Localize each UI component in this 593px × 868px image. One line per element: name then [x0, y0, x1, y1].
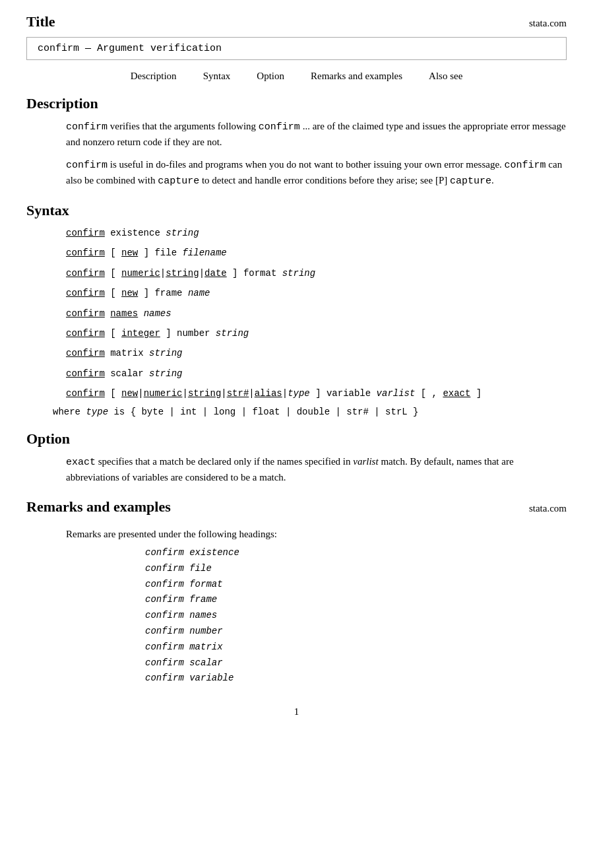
confirm-keyword-1: confirm [66, 121, 108, 133]
syntax-line-3: confirm [ numeric|string|date ] format s… [66, 266, 567, 281]
remarks-list-item-3: confirm format [145, 577, 567, 593]
page-number: 1 [26, 706, 567, 718]
remarks-list-item-8: confirm scalar [145, 655, 567, 671]
option-heading: Option [26, 430, 567, 448]
nav-syntax[interactable]: Syntax [203, 71, 231, 82]
exact-mono: exact [66, 457, 96, 468]
string-ul-2: string [188, 388, 221, 399]
where-line: where type is { byte | int | long | floa… [53, 407, 567, 417]
new-ul-3: new [121, 388, 138, 399]
remarks-list-item-5: confirm names [145, 608, 567, 624]
nav-also-see[interactable]: Also see [429, 71, 462, 82]
syntax-line-7: confirm matrix string [66, 346, 567, 360]
string-it-5: string [149, 368, 182, 379]
syntax-line-2: confirm [ new ] file filename [66, 246, 567, 260]
string-it-3: string [216, 328, 249, 339]
type-where-it: type [86, 407, 108, 417]
capture-keyword: capture [158, 176, 199, 187]
syntax-line-4: confirm [ new ] frame name [66, 286, 567, 300]
new-ul-2: new [121, 288, 138, 298]
alias-ul: alias [255, 388, 282, 399]
remarks-list: confirm existence confirm file confirm f… [145, 545, 567, 686]
string-it-4: string [149, 348, 182, 358]
syntax-line-5: confirm names names [66, 306, 567, 321]
string-it-2: string [282, 268, 315, 279]
page-title: Title [26, 13, 55, 30]
remarks-intro: Remarks are presented under the followin… [66, 529, 567, 540]
confirm-ul-9: confirm [66, 388, 105, 399]
capture-ref: capture [450, 176, 491, 187]
strh-ul: str# [227, 388, 249, 399]
confirm-ul-7: confirm [66, 348, 105, 358]
confirm-ul-3: confirm [66, 268, 105, 279]
varlist-it: varlist [377, 388, 416, 399]
type-it: type [288, 388, 310, 399]
confirm-ul-2: confirm [66, 248, 105, 258]
syntax-line-1: confirm existence string [66, 226, 567, 240]
confirm-keyword-3: confirm [66, 160, 108, 171]
confirm-ul-1: confirm [66, 228, 105, 238]
exact-ul: exact [443, 388, 470, 399]
remarks-list-item-2: confirm file [145, 561, 567, 577]
names-ul: names [110, 308, 138, 319]
confirm-keyword-4: confirm [505, 160, 546, 171]
confirm-ul-4: confirm [66, 288, 105, 298]
remarks-heading: Remarks and examples [26, 498, 171, 516]
numeric-ul: numeric [121, 268, 160, 279]
confirm-ul-8: confirm [66, 368, 105, 379]
stata-com-remarks: stata.com [529, 503, 567, 514]
numeric-ul-2: numeric [144, 388, 183, 399]
stata-com-header: stata.com [529, 18, 567, 29]
filename-it: filename [182, 248, 226, 258]
string-ul: string [166, 268, 199, 279]
title-box-text: confirm — Argument verification [38, 43, 222, 54]
nav-bar: Description Syntax Option Remarks and ex… [26, 71, 567, 82]
remarks-heading-row: Remarks and examples stata.com [26, 498, 567, 522]
page-header: Title stata.com [26, 13, 567, 30]
description-para1: confirm verifies that the arguments foll… [66, 119, 567, 150]
syntax-line-9: confirm [ new|numeric|string|str#|alias|… [66, 386, 567, 401]
remarks-list-item-9: confirm variable [145, 671, 567, 686]
description-para2: confirm is useful in do-files and progra… [66, 157, 567, 189]
option-para: exact specifies that a match be declared… [66, 454, 567, 486]
syntax-heading: Syntax [26, 202, 567, 219]
remarks-list-item-7: confirm matrix [145, 640, 567, 655]
name-it: name [188, 288, 210, 298]
string-it-1: string [166, 228, 199, 238]
nav-remarks[interactable]: Remarks and examples [311, 71, 402, 82]
remarks-list-item-1: confirm existence [145, 545, 567, 561]
integer-ul: integer [121, 328, 160, 339]
remarks-list-item-6: confirm number [145, 624, 567, 640]
description-heading: Description [26, 95, 567, 112]
title-box: confirm — Argument verification [26, 37, 567, 60]
confirm-ul-6: confirm [66, 328, 105, 339]
confirm-keyword-2: confirm [259, 121, 300, 133]
varlist-option-it: varlist [353, 456, 378, 467]
syntax-line-8: confirm scalar string [66, 366, 567, 381]
new-ul-1: new [121, 248, 138, 258]
date-ul: date [204, 268, 227, 279]
remarks-list-item-4: confirm frame [145, 592, 567, 608]
confirm-ul-5: confirm [66, 308, 105, 319]
nav-option[interactable]: Option [257, 71, 284, 82]
nav-description[interactable]: Description [131, 71, 177, 82]
syntax-line-6: confirm [ integer ] number string [66, 326, 567, 341]
names-it: names [144, 308, 172, 319]
